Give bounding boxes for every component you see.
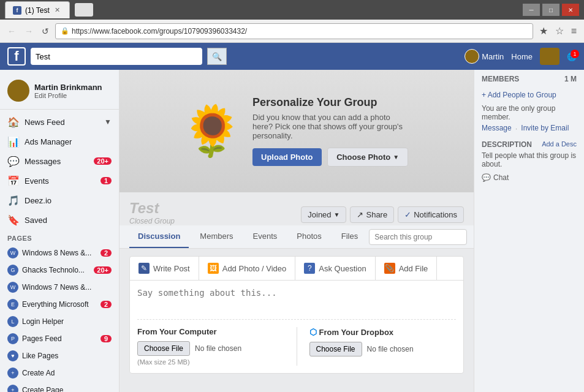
- win7-label: Windows 7 News &...: [22, 283, 91, 292]
- flower-illustration: 🌻: [181, 102, 243, 160]
- lock-icon: 🔒: [61, 27, 69, 35]
- tab-favicon: f: [13, 6, 21, 15]
- menu-icon[interactable]: ≡: [569, 24, 579, 38]
- sidebar-item-events[interactable]: 📅 Events 1: [0, 171, 119, 190]
- sidebar-page-create-ad[interactable]: + Create Ad: [0, 364, 119, 382]
- sidebar-page-login-helper[interactable]: L Login Helper: [0, 313, 119, 330]
- refresh-btn[interactable]: ↺: [39, 24, 51, 39]
- sidebar-page-create-page[interactable]: + Create Page: [0, 382, 119, 392]
- news-feed-icon: 🏠: [7, 116, 20, 128]
- dropbox-title-text: From Your Dropbox: [319, 328, 394, 337]
- news-feed-label: News Feed: [25, 118, 65, 127]
- extensions-icon[interactable]: ★: [537, 24, 550, 38]
- dropbox-no-file-text: No file chosen: [367, 345, 414, 353]
- profile-edit-link[interactable]: Edit Profile: [34, 92, 102, 99]
- post-tab-photo[interactable]: 🖼 Add Photo / Video: [199, 257, 296, 280]
- tab-events[interactable]: Events: [245, 225, 286, 248]
- sidebar-page-pages-feed[interactable]: P Pages Feed 9: [0, 330, 119, 347]
- maximize-btn[interactable]: □: [542, 4, 559, 16]
- close-btn[interactable]: ✕: [562, 4, 579, 16]
- dropbox-icon: ⬡: [309, 327, 317, 337]
- minimize-btn[interactable]: ─: [523, 4, 540, 16]
- sidebar-item-ads-manager[interactable]: 📊 Ads Manager: [0, 132, 119, 151]
- chat-section[interactable]: 💬 Chat: [482, 173, 577, 182]
- tab-members[interactable]: Members: [191, 225, 241, 248]
- post-tab-file[interactable]: 📎 Add File: [376, 257, 438, 280]
- share-icon: ↗: [357, 210, 363, 219]
- search-group-input[interactable]: [369, 229, 467, 245]
- link-separator: ·: [515, 124, 518, 133]
- tab-close-btn[interactable]: ✕: [53, 6, 62, 15]
- events-badge: 1: [100, 177, 112, 184]
- tab-discussion[interactable]: Discussion: [129, 225, 189, 248]
- sidebar-item-messages[interactable]: 💬 Messages 20+: [0, 151, 119, 171]
- fb-home-btn[interactable]: Home: [511, 52, 533, 61]
- fb-globe[interactable]: 🌐 1: [567, 52, 577, 61]
- computer-choose-file-btn[interactable]: Choose File: [137, 341, 190, 356]
- new-tab-btn[interactable]: [75, 3, 93, 17]
- like-pages-label: Like Pages: [22, 352, 58, 360]
- pages-feed-badge: 9: [100, 335, 112, 342]
- choose-photo-btn[interactable]: Choose Photo ▼: [327, 148, 408, 167]
- like-pages-icon: ♥: [7, 350, 18, 361]
- sidebar-page-ghacks[interactable]: G Ghacks Technolo... 20+: [0, 262, 119, 279]
- deezio-icon: 🎵: [7, 194, 20, 206]
- sidebar-page-win8[interactable]: W Windows 8 News &... 2: [0, 244, 119, 262]
- sidebar-page-like-pages[interactable]: ♥ Like Pages: [0, 347, 119, 364]
- nav-bar: ← → ↺ 🔒 https://www.facebook.com/groups/…: [0, 20, 584, 43]
- fb-user-avatar: [465, 49, 479, 64]
- description-section: DESCRIPTION Add a Desc Tell people what …: [482, 140, 577, 168]
- add-people-btn[interactable]: + Add People to Group: [482, 88, 577, 102]
- url-bar[interactable]: 🔒 https://www.facebook.com/groups/107909…: [55, 23, 533, 39]
- post-tab-question[interactable]: ? Ask Question: [295, 257, 375, 280]
- login-helper-icon: L: [7, 316, 18, 327]
- saved-icon: 🔖: [7, 214, 20, 226]
- write-label: Write Post: [153, 264, 190, 273]
- fb-search-input[interactable]: [31, 48, 202, 65]
- choose-photo-chevron: ▼: [393, 154, 399, 160]
- back-btn[interactable]: ←: [5, 24, 18, 39]
- share-btn[interactable]: ↗ Share: [350, 206, 394, 223]
- post-textarea[interactable]: [130, 281, 463, 317]
- invite-email-link[interactable]: Invite by Email: [521, 124, 569, 133]
- fb-search-btn[interactable]: 🔍: [207, 48, 227, 65]
- question-icon: ?: [304, 263, 315, 274]
- post-tab-write[interactable]: ✎ Write Post: [130, 257, 199, 280]
- description-title: DESCRIPTION Add a Desc: [482, 140, 577, 149]
- max-size-text: (Max size 25 MB): [137, 358, 284, 366]
- post-box: ✎ Write Post 🖼 Add Photo / Video ? Ask Q…: [129, 256, 464, 374]
- message-link[interactable]: Message: [482, 124, 512, 133]
- joined-btn[interactable]: Joined ▼: [301, 206, 346, 223]
- sidebar-item-news-feed[interactable]: 🏠 News Feed ▼: [0, 112, 119, 132]
- members-title: MEMBERS 1 m: [482, 75, 577, 83]
- file-icon: 📎: [384, 263, 395, 274]
- choose-photo-label: Choose Photo: [336, 153, 390, 162]
- computer-file-input-row: Choose File No file chosen: [137, 341, 284, 356]
- sidebar-item-saved[interactable]: 🔖 Saved: [0, 210, 119, 230]
- browser-window: f (1) Test ✕ ─ □ ✕ ← → ↺ 🔒 https://www.f…: [0, 0, 584, 392]
- dropbox-upload-col: ⬡ From Your Dropbox Choose File No file …: [309, 327, 457, 366]
- file-upload-section: From Your Computer Choose File No file c…: [130, 320, 463, 373]
- computer-no-file-text: No file chosen: [195, 344, 241, 353]
- browser-tab[interactable]: f (1) Test ✕: [5, 1, 70, 18]
- content-area: 🌻 Personalize Your Group Did you know th…: [119, 70, 474, 392]
- notifications-btn[interactable]: ✓ Notifications: [398, 206, 464, 223]
- upload-photo-btn[interactable]: Upload Photo: [252, 148, 322, 166]
- dropbox-choose-file-btn[interactable]: Choose File: [309, 342, 362, 356]
- photo-label: Add Photo / Video: [222, 264, 287, 273]
- sidebar-item-deezio[interactable]: 🎵 Deez.io: [0, 190, 119, 210]
- bookmark-icon[interactable]: ☆: [553, 24, 566, 38]
- fb-user[interactable]: Martin: [465, 49, 504, 64]
- fb-another-user[interactable]: [540, 48, 559, 65]
- sidebar-page-everything-ms[interactable]: E Everything Microsoft 2: [0, 296, 119, 313]
- share-label: Share: [366, 210, 387, 219]
- create-page-icon: +: [7, 385, 18, 392]
- add-description-link[interactable]: Add a Desc: [542, 140, 577, 149]
- sidebar-page-win7[interactable]: W Windows 7 News &...: [0, 279, 119, 296]
- forward-btn[interactable]: →: [22, 24, 36, 39]
- chat-icon: 💬: [482, 173, 491, 182]
- tab-photos[interactable]: Photos: [288, 225, 330, 248]
- tab-files[interactable]: Files: [333, 225, 366, 248]
- main-layout: Martin Brinkmann Edit Profile 🏠 News Fee…: [0, 70, 584, 392]
- pages-section-header: PAGES: [0, 230, 119, 244]
